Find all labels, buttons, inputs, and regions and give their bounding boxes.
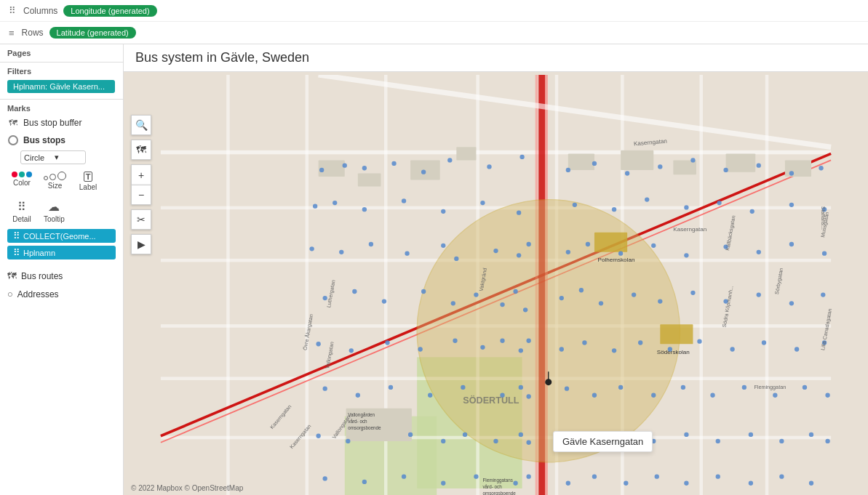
svg-point-96 [382, 299, 386, 303]
addresses-label: Addresses [17, 289, 59, 299]
zoom-in-button[interactable]: + [131, 164, 151, 185]
svg-point-111 [789, 301, 794, 305]
rows-value-pill[interactable]: Latitude (generated) [49, 27, 136, 39]
main-layout: Pages Filters Hplnamn: Gävle Kasern... M… [0, 44, 868, 495]
svg-point-112 [821, 292, 825, 297]
svg-point-97 [421, 289, 426, 294]
svg-point-129 [762, 340, 766, 345]
svg-point-56 [690, 158, 695, 162]
svg-text:Kaserngatan: Kaserngatan [673, 226, 706, 233]
edit-map-button[interactable]: ✂ [131, 209, 151, 230]
shape-selector-row: Circle ▾ [0, 149, 123, 167]
svg-point-61 [313, 204, 317, 208]
search-map-button[interactable]: 🔍 [131, 115, 151, 135]
svg-point-65 [441, 209, 445, 214]
svg-point-69 [612, 207, 616, 212]
svg-point-126 [668, 347, 672, 351]
svg-point-159 [592, 439, 597, 443]
tooltip-control[interactable]: ☁ Tooltip [39, 197, 69, 226]
shape-select-value: Circle [24, 153, 52, 162]
svg-point-59 [789, 171, 794, 175]
mark-bus-stops-label: Bus stops [23, 135, 65, 145]
mark-item-bus-stops[interactable]: Bus stops [0, 132, 123, 149]
columns-value-pill[interactable]: Longitude (generated) [63, 5, 156, 17]
svg-point-137 [500, 393, 504, 398]
svg-rect-4 [161, 206, 831, 210]
svg-point-165 [779, 439, 784, 443]
svg-rect-32 [594, 233, 627, 252]
svg-point-135 [428, 393, 432, 398]
color-icon [12, 172, 32, 177]
filters-section-header: Filters [0, 62, 123, 77]
map-area[interactable]: Bus system in Gävle, Sweden [124, 44, 868, 495]
svg-rect-30 [726, 153, 756, 172]
svg-text:SÖDERTULL: SÖDERTULL [463, 395, 519, 406]
svg-point-180 [716, 475, 720, 479]
svg-point-175 [566, 481, 570, 486]
svg-point-164 [749, 432, 753, 437]
svg-point-177 [624, 481, 628, 486]
svg-point-86 [586, 242, 590, 246]
filter-chip-hplnamn[interactable]: Hplnamn: Gävle Kasern... [7, 80, 115, 93]
svg-point-149 [825, 393, 829, 398]
svg-rect-28 [621, 150, 653, 170]
svg-point-118 [480, 345, 485, 350]
detail-control[interactable]: ⠿ Detail [7, 197, 36, 226]
svg-point-73 [750, 209, 754, 214]
svg-point-145 [710, 393, 714, 398]
svg-point-66 [480, 201, 485, 205]
shape-select-dropdown[interactable]: Circle ▾ [20, 150, 86, 164]
svg-point-174 [526, 475, 530, 479]
svg-point-77 [339, 250, 343, 254]
svg-point-60 [819, 166, 823, 170]
svg-point-63 [362, 207, 367, 212]
map-container[interactable]: Polhemskolan Söderskolan SÖDERTULL Vallo… [124, 75, 868, 495]
nav-item-bus-routes[interactable]: 🗺 Bus routes [0, 267, 123, 285]
svg-point-147 [773, 393, 777, 398]
svg-rect-25 [410, 160, 440, 180]
label-control[interactable]: T Label [73, 169, 103, 194]
svg-point-54 [625, 171, 629, 175]
marks-section-header: Marks [0, 99, 123, 114]
svg-point-57 [723, 168, 728, 172]
svg-point-72 [717, 201, 721, 205]
svg-point-89 [684, 253, 688, 257]
svg-point-141 [592, 393, 597, 398]
svg-point-154 [463, 432, 467, 437]
svg-point-117 [453, 339, 457, 343]
svg-point-67 [517, 210, 521, 214]
zoom-controls: + − [131, 164, 151, 205]
svg-text:Fleminggatans: Fleminggatans [482, 478, 512, 483]
svg-point-132 [323, 387, 327, 391]
layers-button[interactable]: 🗺 [131, 140, 151, 160]
svg-point-71 [684, 205, 688, 209]
tooltip-label: Tooltip [44, 215, 65, 223]
svg-rect-34 [660, 324, 693, 344]
svg-point-181 [749, 481, 753, 486]
zoom-out-button[interactable]: − [131, 185, 151, 205]
nav-item-addresses[interactable]: ○ Addresses [0, 285, 123, 303]
svg-point-74 [789, 203, 794, 207]
svg-point-78 [369, 242, 373, 246]
svg-point-125 [638, 340, 642, 345]
svg-point-148 [803, 385, 807, 390]
collect-chip[interactable]: ⠿ COLLECT(Geome... [7, 229, 116, 243]
svg-point-99 [474, 292, 478, 297]
svg-point-114 [349, 348, 354, 353]
hplnamn-chip[interactable]: ⠿ Hplnamn [7, 246, 116, 259]
mark-item-bus-stop-buffer[interactable]: 🗺 Bus stop buffer [0, 114, 123, 132]
circle-empty-icon [7, 134, 19, 146]
svg-point-110 [757, 292, 761, 297]
svg-text:Vallongården: Vallongården [348, 412, 375, 418]
svg-point-122 [560, 347, 564, 351]
svg-rect-24 [358, 173, 381, 186]
bus-routes-label: Bus routes [21, 271, 63, 281]
svg-point-55 [658, 164, 662, 169]
pages-section-header: Pages [0, 44, 123, 59]
svg-point-104 [579, 288, 584, 292]
size-control[interactable]: Size [39, 169, 71, 194]
color-control[interactable]: Color [7, 169, 36, 194]
svg-point-171 [441, 481, 445, 486]
svg-rect-26 [456, 147, 476, 160]
play-button[interactable]: ▶ [131, 234, 151, 254]
